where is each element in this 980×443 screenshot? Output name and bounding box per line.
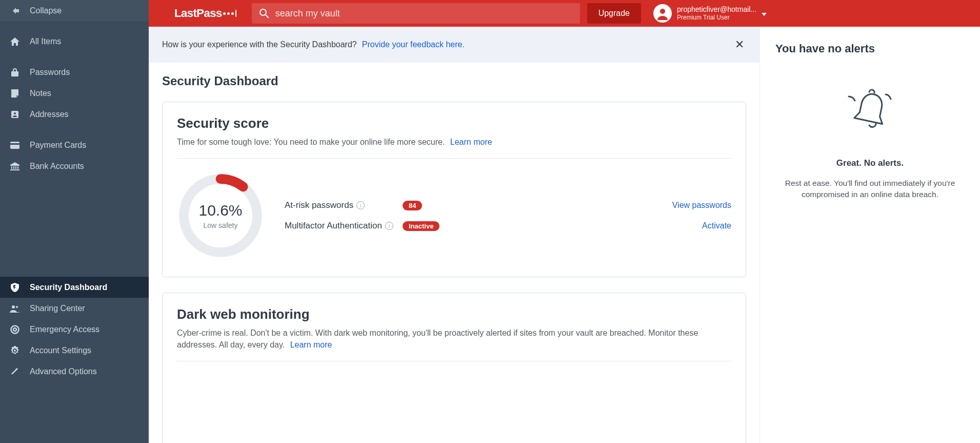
score-gauge: 10.6% Low safety [177, 172, 264, 259]
sidebar-item-label: Emergency Access [30, 325, 99, 334]
account-menu[interactable]: propheticfiver@hotmail... Premium Trial … [653, 4, 767, 23]
feedback-bar: How is your experience with the Security… [149, 27, 759, 63]
alerts-panel: You have no alerts Great. No alerts. Res… [759, 27, 980, 443]
note-icon [9, 89, 21, 98]
sidebar-item-security-dashboard[interactable]: Security Dashboard [0, 277, 149, 298]
metric-label: At-risk passwords i [285, 200, 403, 210]
header: LastPass Upgrade propheticfiver@hotmail.… [149, 0, 980, 27]
svg-rect-8 [10, 169, 19, 170]
sidebar-item-payment-cards[interactable]: Payment Cards [0, 134, 149, 156]
darkweb-title: Dark web monitoring [177, 306, 731, 322]
sidebar-item-label: Bank Accounts [30, 162, 84, 171]
sidebar-item-label: Advanced Options [30, 367, 97, 376]
avatar-icon [653, 4, 672, 23]
metric-row-mfa: Multifactor Authentication i Inactive Ac… [285, 216, 731, 236]
svg-point-14 [260, 9, 266, 15]
lifebuoy-icon [9, 325, 21, 334]
page-title: Security Dashboard [162, 74, 746, 88]
people-icon [9, 304, 21, 313]
svg-point-12 [13, 328, 16, 331]
wand-icon [9, 367, 21, 376]
content-column: How is your experience with the Security… [149, 27, 759, 443]
lock-icon [9, 68, 21, 76]
sidebar-item-label: Collapse [30, 6, 62, 15]
svg-point-1 [14, 112, 16, 114]
address-icon [9, 110, 21, 119]
account-role: Premium Trial User [677, 14, 756, 22]
metric-row-at-risk: At-risk passwords i 84 View passwords [285, 195, 731, 216]
svg-point-11 [11, 325, 19, 333]
alerts-title: You have no alerts [775, 42, 965, 55]
home-icon [9, 37, 21, 46]
sidebar-item-addresses[interactable]: Addresses [0, 104, 149, 125]
svg-point-9 [12, 305, 15, 309]
sidebar-item-bank-accounts[interactable]: Bank Accounts [0, 156, 149, 177]
gear-icon [9, 346, 21, 355]
sidebar-item-label: All Items [30, 37, 61, 46]
logo-dots-icon [223, 10, 236, 17]
alerts-description: Rest at ease. You'll find out immediatel… [775, 178, 965, 201]
sidebar-item-label: Payment Cards [30, 141, 86, 150]
main: How is your experience with the Security… [149, 27, 980, 443]
sidebar-item-advanced-options[interactable]: Advanced Options [0, 361, 149, 382]
security-score-card: Security score Time for some tough love:… [162, 102, 746, 277]
info-icon[interactable]: i [356, 201, 365, 209]
sidebar-item-emergency-access[interactable]: Emergency Access [0, 319, 149, 340]
sidebar-item-account-settings[interactable]: Account Settings [0, 340, 149, 361]
search-input[interactable] [275, 8, 573, 19]
score-learn-more-link[interactable]: Learn more [450, 138, 492, 146]
account-email: propheticfiver@hotmail... [677, 5, 756, 14]
feedback-prompt: How is your experience with the Security… [162, 40, 357, 49]
svg-line-15 [266, 15, 269, 18]
darkweb-learn-more-link[interactable]: Learn more [290, 340, 332, 349]
logo[interactable]: LastPass [174, 7, 236, 20]
sidebar-item-collapse[interactable]: Collapse [0, 0, 149, 21]
score-subtitle: Time for some tough love: You need to ma… [177, 137, 731, 148]
score-title: Security score [177, 115, 731, 131]
sidebar: Collapse All Items Passwords Notes Addre… [0, 0, 149, 443]
sidebar-item-label: Notes [30, 89, 51, 98]
gauge-value: 10.6% [198, 202, 242, 219]
sidebar-item-label: Addresses [30, 110, 69, 119]
view-passwords-link[interactable]: View passwords [672, 201, 731, 210]
metric-label: Multifactor Authentication i [285, 221, 403, 231]
darkweb-subtitle: Cyber-crime is real. Don't be a victim. … [177, 328, 731, 351]
svg-rect-5 [13, 166, 14, 169]
search-container[interactable] [252, 3, 580, 24]
sidebar-item-label: Passwords [30, 68, 70, 77]
content-inner: Security Dashboard Security score Time f… [149, 63, 759, 443]
sidebar-item-label: Security Dashboard [30, 283, 107, 292]
scroll-area[interactable]: How is your experience with the Security… [149, 27, 759, 443]
sidebar-item-notes[interactable]: Notes [0, 83, 149, 104]
mfa-badge: Inactive [403, 221, 439, 231]
chevron-down-icon [762, 9, 767, 18]
svg-rect-2 [10, 142, 19, 149]
at-risk-badge: 84 [403, 201, 422, 210]
svg-rect-3 [10, 143, 19, 145]
feedback-link[interactable]: Provide your feedback here. [362, 40, 465, 49]
search-icon [259, 8, 269, 18]
svg-rect-4 [11, 166, 12, 169]
shield-icon [9, 283, 21, 292]
svg-point-16 [660, 9, 665, 14]
arrow-left-icon [9, 7, 21, 15]
dark-web-card: Dark web monitoring Cyber-crime is real.… [162, 293, 746, 443]
logo-text: LastPass [174, 7, 222, 20]
sidebar-item-label: Account Settings [30, 346, 91, 355]
bell-icon [775, 86, 965, 138]
sidebar-item-all-items[interactable]: All Items [0, 31, 149, 52]
svg-rect-6 [15, 166, 16, 169]
svg-point-10 [16, 305, 18, 308]
card-icon [9, 142, 21, 149]
activate-link[interactable]: Activate [702, 221, 731, 230]
bank-icon [9, 162, 21, 170]
alerts-status: Great. No alerts. [775, 158, 965, 168]
sidebar-item-passwords[interactable]: Passwords [0, 62, 149, 83]
sidebar-item-label: Sharing Center [30, 304, 85, 313]
info-icon[interactable]: i [385, 222, 393, 230]
upgrade-button[interactable]: Upgrade [587, 3, 641, 24]
close-icon[interactable]: ✕ [733, 36, 746, 53]
sidebar-item-sharing-center[interactable]: Sharing Center [0, 298, 149, 319]
gauge-label: Low safety [204, 221, 238, 229]
svg-rect-7 [17, 166, 18, 169]
